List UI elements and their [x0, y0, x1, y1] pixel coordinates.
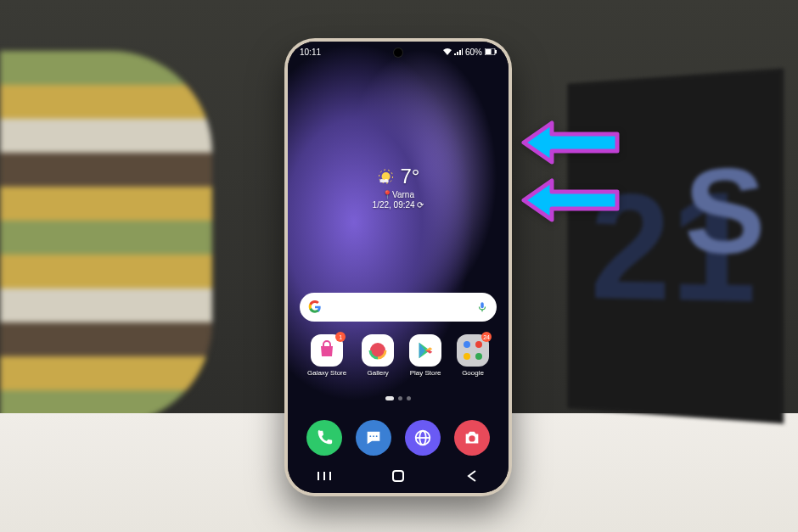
- nav-home[interactable]: [377, 469, 419, 486]
- app-play-store[interactable]: Play Store: [409, 334, 441, 377]
- badge: 24: [481, 332, 492, 342]
- svg-point-9: [475, 341, 482, 348]
- weather-temp: 7°: [401, 165, 420, 188]
- phone-screen: 10:11 60%: [288, 42, 509, 493]
- home-indicator-icon: [385, 396, 394, 400]
- svg-point-13: [373, 435, 374, 437]
- arrow-volume-button: [520, 119, 621, 170]
- smartphone: 10:11 60%: [284, 38, 512, 496]
- wifi-icon: [443, 48, 452, 57]
- camera-icon: [463, 428, 481, 447]
- google-folder-icon: 24: [457, 334, 489, 367]
- weather-sun-icon: [377, 167, 396, 186]
- app-row: 1 Galaxy Store Gallery Play Store: [300, 334, 497, 377]
- galaxy-store-icon: 1: [311, 334, 343, 367]
- svg-point-12: [369, 435, 371, 437]
- google-search-bar[interactable]: [300, 293, 497, 322]
- dock: [300, 420, 497, 456]
- location-pin-icon: 📍: [382, 190, 392, 199]
- svg-rect-22: [393, 471, 403, 481]
- weather-widget[interactable]: 7° 📍Varna 1/22, 09:24 ⟳: [373, 165, 424, 210]
- messages-icon: [364, 428, 383, 447]
- weather-date: 1/22, 09:24: [373, 200, 415, 210]
- dock-camera[interactable]: [454, 420, 490, 456]
- vase-background: [0, 51, 212, 424]
- status-right: 60%: [443, 48, 497, 57]
- gallery-icon: [362, 334, 394, 367]
- phone-icon: [315, 428, 334, 447]
- page-indicator[interactable]: [385, 396, 411, 400]
- svg-point-18: [469, 435, 475, 441]
- browser-icon: [413, 428, 432, 447]
- camera-punch-hole: [394, 48, 402, 57]
- refresh-icon: ⟳: [417, 200, 424, 210]
- svg-point-11: [475, 353, 482, 360]
- nav-back[interactable]: [451, 469, 493, 486]
- page-dot: [398, 396, 402, 400]
- svg-point-10: [464, 353, 470, 360]
- google-logo-icon: [308, 300, 322, 314]
- home-icon: [391, 469, 405, 483]
- photo-scene: 21 S 10:11: [0, 0, 798, 532]
- app-label: Galaxy Store: [307, 369, 346, 377]
- app-label: Gallery: [367, 369, 388, 377]
- dock-phone[interactable]: [306, 420, 342, 456]
- battery-icon: [485, 48, 497, 57]
- app-galaxy-store[interactable]: 1 Galaxy Store: [307, 334, 346, 377]
- weather-location-row: 📍Varna: [373, 190, 424, 199]
- app-gallery[interactable]: Gallery: [362, 334, 394, 377]
- page-dot: [407, 396, 411, 400]
- box-letter: S: [684, 139, 766, 282]
- mic-icon[interactable]: [476, 301, 488, 313]
- weather-location: Varna: [392, 190, 414, 199]
- back-icon: [466, 469, 478, 483]
- app-label: Play Store: [410, 369, 441, 377]
- dock-messages[interactable]: [356, 420, 391, 456]
- weather-date-row: 1/22, 09:24 ⟳: [373, 200, 424, 210]
- svg-rect-2: [495, 50, 497, 53]
- app-google-folder[interactable]: 24 Google: [457, 334, 489, 377]
- svg-point-14: [376, 435, 378, 437]
- svg-rect-1: [486, 49, 492, 54]
- dock-browser[interactable]: [405, 420, 441, 456]
- recents-icon: [317, 470, 332, 482]
- svg-point-8: [464, 341, 470, 348]
- battery-percent: 60%: [465, 48, 482, 57]
- app-label: Google: [462, 369, 484, 377]
- weather-temp-row: 7°: [373, 165, 424, 188]
- navigation-bar: [288, 462, 509, 493]
- signal-icon: [454, 48, 463, 57]
- arrow-power-button: [520, 176, 621, 227]
- badge: 1: [335, 332, 346, 342]
- play-store-icon: [409, 334, 441, 367]
- status-time: 10:11: [300, 48, 321, 57]
- nav-recents[interactable]: [303, 470, 346, 485]
